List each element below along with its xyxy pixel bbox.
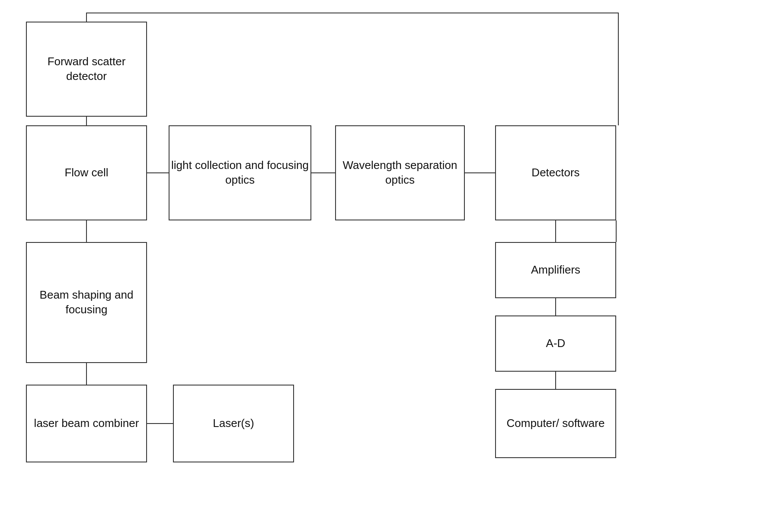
beam-shaping-box: Beam shaping and focusing <box>26 242 147 363</box>
laser-beam-combiner-box: laser beam combiner <box>26 385 147 462</box>
lasers-box: Laser(s) <box>173 385 294 462</box>
computer-box: Computer/ software <box>495 389 616 458</box>
diagram-container: Forward scatter detector Flow cell light… <box>0 0 758 532</box>
detectors-box: Detectors <box>495 125 616 220</box>
flow-cell-box: Flow cell <box>26 125 147 220</box>
ad-box: A-D <box>495 315 616 372</box>
light-collection-box: light collection and focusing optics <box>169 125 311 220</box>
forward-scatter-detector-box: Forward scatter detector <box>26 22 147 117</box>
amplifiers-box: Amplifiers <box>495 242 616 298</box>
wavelength-separation-box: Wavelength separation optics <box>335 125 465 220</box>
